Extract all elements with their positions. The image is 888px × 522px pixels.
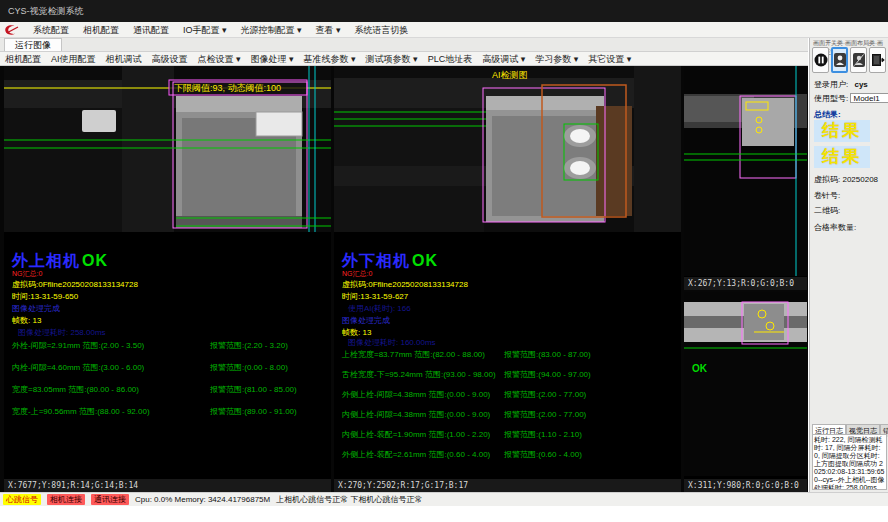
main-area: 下限阈值:93, 动态阈值:100 外上相机OK NG汇总:0 虚拟码:0Ffl… xyxy=(0,66,808,492)
measurement-row: 内栓-间隙=4.60mm 范围:(3.00 - 6.00) 报警范围:(0.00… xyxy=(12,362,342,373)
pixel-coords-readout-preview-2: X:311;Y:980;R:0;G:0;B:0 xyxy=(684,479,807,492)
alarm-range: 报警范围:(0.00 - 8.00) xyxy=(210,362,288,373)
virtual-code-line: 虚拟码:0Ffline20250208133134728 xyxy=(342,279,468,290)
camera-ok-status: OK xyxy=(412,252,438,269)
tool-camera-config[interactable]: 相机配置 xyxy=(0,52,46,66)
camera-view-lower: AI检测图 外下相机OK NG汇总:0 虚拟码:0Ffline202502081… xyxy=(334,66,681,492)
tool-advanced-settings[interactable]: 高级设置 xyxy=(147,52,193,66)
process-done-line: 图像处理完成 xyxy=(342,315,390,326)
pause-button[interactable] xyxy=(812,47,829,73)
tool-learning-params[interactable]: 学习参数 ▾ xyxy=(530,52,583,66)
preview-panel-2: OK X:311;Y:980;R:0;G:0;B:0 xyxy=(684,292,807,492)
tool-advanced-debug[interactable]: 高级调试 ▾ xyxy=(477,52,530,66)
virtual-code-line: 虚拟码:0Ffline20250208133134728 xyxy=(12,279,138,290)
comm-connect-badge: 通讯连接 xyxy=(91,494,129,505)
preview-image-2[interactable]: OK xyxy=(684,292,807,476)
camera-name-label: 外上相机 xyxy=(12,252,80,269)
tool-other-settings[interactable]: 其它设置 ▾ xyxy=(583,52,636,66)
app-logo-icon xyxy=(3,23,21,37)
camera-name-label: 外下相机 xyxy=(342,252,410,269)
ai-image-overlay-label: AI检测图 xyxy=(492,70,528,80)
tool-camera-debug[interactable]: 相机调试 xyxy=(101,52,147,66)
measurement-value: 上栓宽度=83.77mm 范围:(82.00 - 88.00) xyxy=(342,350,485,359)
total-result-label: 总结果: xyxy=(814,109,886,120)
result-display-2: 结果 xyxy=(814,146,870,168)
measurement-row: 外栓-间隙=2.91mm 范围:(2.00 - 3.50) 报警范围:(2.20… xyxy=(12,340,342,351)
window-title: CYS-视觉检测系统 xyxy=(8,6,84,16)
tool-test-params[interactable]: 测试项参数 ▾ xyxy=(361,52,423,66)
menu-item-language-switch[interactable]: 系统语言切换 xyxy=(349,22,415,38)
process-time-line: 图像处理耗时: 160.00ms xyxy=(348,337,436,348)
measurement-value: 外侧上栓-装配=2.61mm 范围:(0.60 - 4.00) xyxy=(342,450,490,459)
measurement-row: 宽度-上=90.56mm 范围:(88.00 - 92.00) 报警范围:(89… xyxy=(12,406,342,417)
login-user-row: 登录用户: cys xyxy=(814,79,886,90)
ai-user-icon xyxy=(853,53,865,67)
model-input[interactable]: Model1 xyxy=(850,93,888,103)
tool-plc-address-table[interactable]: PLC地址表 xyxy=(423,52,478,66)
menu-item-view[interactable]: 查看 ▾ xyxy=(310,22,347,38)
camera-connect-badge: 相机连接 xyxy=(47,494,85,505)
pixel-coords-readout-upper: X:7677;Y:891;R:14;G:14;B:14 xyxy=(4,479,331,492)
toolbar: 相机配置 AI使用配置 相机调试 高级设置 点检设置 ▾ 图像处理 ▾ 基准线参… xyxy=(0,52,808,66)
alarm-range: 报警范围:(1.10 - 2.10) xyxy=(504,429,582,440)
frame-count-line: 帧数: 13 xyxy=(12,315,41,326)
alarm-range: 报警范围:(83.00 - 87.00) xyxy=(504,349,591,360)
virtual-code-row: 虚拟码: 20250208 xyxy=(814,174,886,185)
measurement-value: 宽度-上=90.56mm 范围:(88.00 - 92.00) xyxy=(12,407,150,416)
window-title-bar: CYS-视觉检测系统 xyxy=(0,0,888,22)
camera-image-upper[interactable]: 下限阈值:93, 动态阈值:100 xyxy=(4,66,331,232)
tool-ai-usage-config[interactable]: AI使用配置 xyxy=(46,52,101,66)
menu-item-light-config[interactable]: 光源控制配置 ▾ xyxy=(235,22,308,38)
menu-item-system-config[interactable]: 系统配置 xyxy=(27,22,75,38)
alarm-range: 报警范围:(2.00 - 77.00) xyxy=(504,389,586,400)
tool-baseline-params[interactable]: 基准线参数 ▾ xyxy=(299,52,361,66)
process-done-line: 图像处理完成 xyxy=(12,303,60,314)
model-label: 使用型号: xyxy=(814,94,848,103)
alarm-range: 报警范围:(0.60 - 4.00) xyxy=(504,449,582,460)
measurement-row: 外侧上栓-装配=2.61mm 范围:(0.60 - 4.00) 报警范围:(0.… xyxy=(342,449,672,460)
tab-row: 运行图像 xyxy=(0,38,808,52)
qr-code-row: 二维码: xyxy=(814,205,886,216)
sidebar-buttons xyxy=(812,47,888,73)
camera-heartbeat-readout: 上相机心跳信号正常 下相机心跳信号正常 xyxy=(276,494,422,505)
camera-ok-status: OK xyxy=(82,252,108,269)
preview-image-1[interactable] xyxy=(684,66,807,276)
exit-button[interactable] xyxy=(869,47,886,73)
measurement-value: 内栓-间隙=4.60mm 范围:(3.00 - 6.00) xyxy=(12,363,144,372)
control-sidebar: 画面开关类·画面布局类·画面锁定类 xyxy=(809,38,888,492)
measurement-row: 舌栓宽度-下=95.24mm 范围:(93.00 - 98.00) 报警范围:(… xyxy=(342,369,672,380)
measurement-row: 内侧上栓-间隙=4.38mm 范围:(0.00 - 9.00) 报警范围:(2.… xyxy=(342,409,672,420)
user-mode-button[interactable] xyxy=(831,47,848,73)
login-user-label: 登录用户: xyxy=(814,80,848,89)
time-line: 时间:13-31-59-650 xyxy=(12,291,78,302)
cpu-memory-readout: Cpu: 0.0% Memory: 3424.41796875M xyxy=(135,495,270,504)
log-output[interactable]: 耗时: 222, 间隔检测耗时: 17, 间隔分屏耗时: 0, 间隔提取分区耗时… xyxy=(812,434,887,490)
alarm-range: 报警范围:(89.00 - 91.00) xyxy=(210,406,297,417)
tab-run-image[interactable]: 运行图像 xyxy=(4,38,62,51)
pause-icon xyxy=(814,53,828,67)
preview-ok-label: OK xyxy=(692,363,708,374)
exit-door-icon xyxy=(871,53,885,67)
tool-image-processing[interactable]: 图像处理 ▾ xyxy=(246,52,299,66)
pass-rate-row: 合格率数量: xyxy=(814,222,886,233)
measurement-row: 上栓宽度=83.77mm 范围:(82.00 - 88.00) 报警范围:(83… xyxy=(342,349,672,360)
measurement-row: 外侧上栓-间隙=4.38mm 范围:(0.00 - 9.00) 报警范围:(2.… xyxy=(342,389,672,400)
tool-spot-check[interactable]: 点检设置 ▾ xyxy=(193,52,246,66)
menu-item-camera-config[interactable]: 相机配置 xyxy=(77,22,125,38)
login-user-value: cys xyxy=(854,80,867,89)
measurement-value: 内侧上栓-装配=1.90mm 范围:(1.00 - 2.20) xyxy=(342,430,490,439)
threshold-overlay-label: 下限阈值:93, 动态阈值:100 xyxy=(174,83,281,93)
ng-summary-line: NG汇总:0 xyxy=(12,269,42,279)
pixel-coords-readout-preview-1: X:267;Y:13;R:0;G:0;B:0 xyxy=(684,277,807,290)
menu-item-comm-config[interactable]: 通讯配置 xyxy=(127,22,175,38)
alarm-range: 报警范围:(2.20 - 3.20) xyxy=(210,340,288,351)
model-row: 使用型号: Model1 xyxy=(814,93,886,104)
measurement-value: 内侧上栓-间隙=4.38mm 范围:(0.00 - 9.00) xyxy=(342,410,490,419)
preview-panel-1: X:267;Y:13;R:0;G:0;B:0 xyxy=(684,66,807,290)
measurement-value: 外栓-间隙=2.91mm 范围:(2.00 - 3.50) xyxy=(12,341,144,350)
ai-user-button[interactable] xyxy=(850,47,867,73)
camera-image-lower[interactable]: AI检测图 xyxy=(334,66,681,232)
needle-number-row: 卷针号: xyxy=(814,190,886,201)
menu-item-io-config[interactable]: IO手配置 ▾ xyxy=(177,22,233,38)
ng-summary-line: NG汇总:0 xyxy=(342,269,372,279)
